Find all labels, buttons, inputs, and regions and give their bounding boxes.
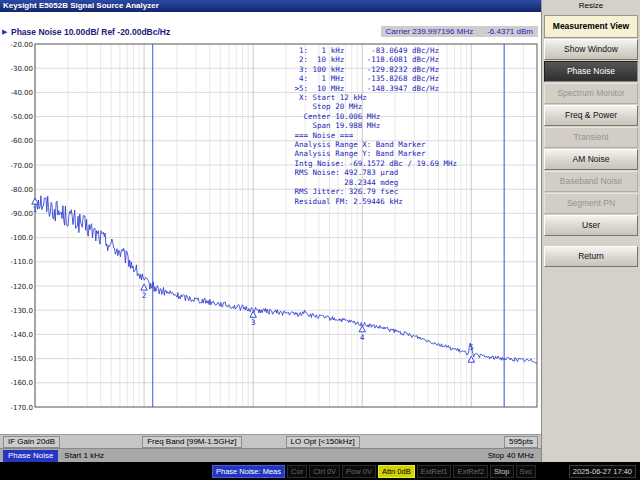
marker-readout-line: RMS Jitter: 326.79 fsec [290,187,457,196]
marker-readout: 1: 1 kHz -83.0649 dBc/Hz 2: 10 kHz -118.… [290,46,457,206]
marker-2-label: 2 [142,291,147,300]
resize-button[interactable]: Resize [541,0,640,12]
y-axis-tick-label: -120.0 [10,283,33,291]
carrier-frequency: Carrier 239.997196 MHz [386,27,474,36]
y-axis-tick-label: -130.0 [10,307,33,315]
marker-3-label: 3 [251,318,256,327]
points-count: 595pts [504,436,538,448]
marker-readout-line: Analysis Range X: Band Marker [290,140,457,149]
phase-noise-graph-area: ▶ Phase Noise 10.00dB/ Ref -20.00dBc/Hz … [0,12,541,462]
carrier-power: -6.4371 dBm [487,27,533,36]
softkey-user[interactable]: User [544,215,638,236]
phase-noise-plot: -20.00-30.00-40.00-50.00-60.00-70.00-80.… [0,39,541,434]
softkey-show-window[interactable]: Show Window [544,39,638,60]
y-axis-tick-label: -30.00 [10,65,33,73]
y-axis-tick-label: -50.00 [10,113,33,121]
freq-band-setting: Freq Band [99M-1.5GHz] [142,436,241,448]
marker-readout-line: Residual FM: 2.59446 kHz [290,197,457,206]
marker-readout-line: >5: 10 MHz -148.3947 dBc/Hz [290,84,457,93]
marker-readout-line: RMS Noise: 492.783 μrad [290,168,457,177]
status-extref1: ExtRef1 [417,465,452,478]
if-gain-setting: IF Gain 20dB [3,436,60,448]
status-2025-06-27-17-40: 2025-06-27 17:40 [569,465,636,478]
softkey-measurement-view: Measurement View [544,15,638,38]
y-axis-tick-label: -80.00 [10,186,33,194]
sweep-range-bar: Phase Noise Start 1 kHz Stop 40 MHz [0,448,541,462]
softkey-am-noise[interactable]: AM Noise [544,149,638,170]
sweep-start-label: Start 1 kHz [64,451,104,460]
status-pow-0v: Pow 0V [342,465,376,478]
sweep-stop-label: Stop 40 MHz [488,451,538,460]
marker-readout-line: 28.2344 mdeg [290,178,457,187]
softkey-baseband-noise: Baseband Noise [544,171,638,192]
y-axis-tick-label: -150.0 [10,355,33,363]
graph-header: ▶ Phase Noise 10.00dB/ Ref -20.00dBc/Hz … [0,12,541,39]
window-title: Keysight E5052B Signal Source Analyzer [0,0,541,12]
y-axis-tick-label: -140.0 [10,331,33,339]
status-extref2: ExtRef2 [453,465,488,478]
trace-scale-label: Phase Noise 10.00dB/ Ref -20.00dBc/Hz [11,27,170,37]
lo-opt-setting: LO Opt [<150kHz] [286,436,360,448]
status-ctrl-0v: Ctrl 0V [309,465,340,478]
status-svc: Svc [516,465,537,478]
channel-chip: Phase Noise [3,450,58,462]
status-stop: Stop [490,465,513,478]
softkey-menu: Measurement ViewShow WindowPhase NoiseSp… [541,12,640,462]
y-axis-tick-label: -40.00 [10,89,33,97]
y-axis-tick-label: -70.00 [10,162,33,170]
marker-readout-line: 1: 1 kHz -83.0649 dBc/Hz [290,46,457,55]
softkey-phase-noise[interactable]: Phase Noise [544,61,638,82]
marker-1-label: 1 [33,205,38,214]
plot-region: -20.00-30.00-40.00-50.00-60.00-70.00-80.… [0,39,541,434]
marker-readout-line: 4: 1 MHz -135.8268 dBc/Hz [290,74,457,83]
marker-readout-line: Span 19.988 MHz [290,121,457,130]
app-window: Keysight E5052B Signal Source Analyzer R… [0,0,640,480]
softkey-freq-power[interactable]: Freq & Power [544,105,638,126]
marker-readout-line: 3: 100 kHz -129.8232 dBc/Hz [290,65,457,74]
softkey-spectrum-monitor: Spectrum Monitor [544,83,638,104]
y-axis-tick-label: -160.0 [10,379,33,387]
status-cor: Cor [287,465,307,478]
y-axis-tick-label: -90.00 [10,210,33,218]
measurement-settings-bar: IF Gain 20dB Freq Band [99M-1.5GHz] LO O… [0,434,541,448]
marker-readout-line: Intg Noise: -69.1572 dBc / 19.69 MHz [290,159,457,168]
marker-4-label: 4 [360,333,365,342]
main-content: ▶ Phase Noise 10.00dB/ Ref -20.00dBc/Hz … [0,12,640,462]
softkey-transient: Transient [544,127,638,148]
status-phase-noise-meas: Phase Noise: Meas [212,465,285,478]
marker-readout-line: X: Start 12 kHz [290,93,457,102]
marker-readout-line: === Noise === [290,131,457,140]
trace-indicator-icon: ▶ [2,28,7,36]
y-axis-tick-label: -60.00 [10,137,33,145]
marker-readout-line: Center 10.006 MHz [290,112,457,121]
marker-readout-line: Analysis Range Y: Band Marker [290,149,457,158]
softkey-segment-pn: Segment PN [544,193,638,214]
marker-readout-line: 2: 10 kHz -118.6081 dBc/Hz [290,55,457,64]
carrier-readout: Carrier 239.997196 MHz -6.4371 dBm [381,26,538,37]
softkey-return[interactable]: Return [544,246,638,267]
y-axis-tick-label: -100.0 [10,234,33,242]
status-attn-0db: Attn 0dB [378,465,415,478]
statusbar: Phase Noise: MeasCorCtrl 0VPow 0VAttn 0d… [0,462,640,480]
y-axis-tick-label: -110.0 [10,258,33,266]
marker-readout-line: Stop 20 MHz [290,102,457,111]
marker-5-label: 5 [469,343,474,352]
y-axis-tick-label: -170.0 [10,404,33,412]
titlebar: Keysight E5052B Signal Source Analyzer R… [0,0,640,12]
y-axis-tick-label: -20.00 [10,41,33,49]
